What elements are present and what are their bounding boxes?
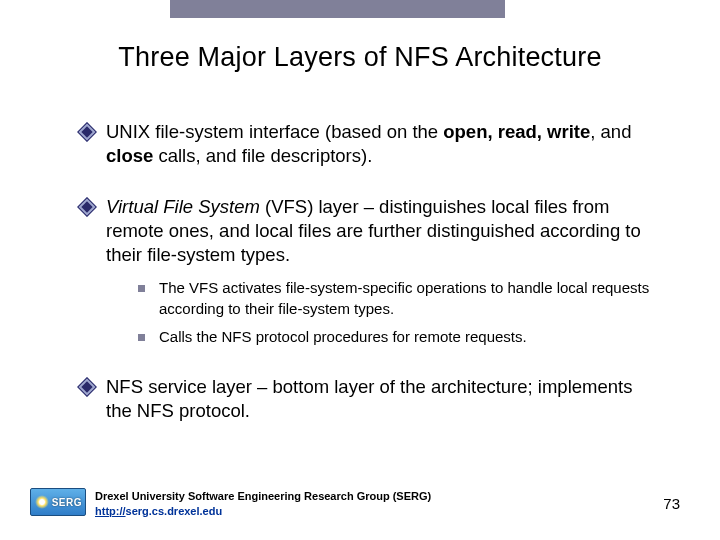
list-item: NFS service layer – bottom layer of the … (80, 375, 660, 422)
logo-burst-icon (35, 495, 49, 509)
square-bullet-icon (138, 334, 145, 341)
list-item: UNIX file-system interface (based on the… (80, 120, 660, 167)
sub-list-item-text: Calls the NFS protocol procedures for re… (159, 327, 527, 347)
footer: Drexel University Software Engineering R… (95, 489, 431, 518)
sub-list-item-text: The VFS activates file-system-specific o… (159, 278, 660, 319)
footer-url: http://serg.cs.drexel.edu (95, 504, 431, 518)
sub-list-item: The VFS activates file-system-specific o… (138, 278, 660, 319)
diamond-bullet-icon (80, 200, 94, 214)
list-item-text: NFS service layer – bottom layer of the … (106, 375, 660, 422)
diamond-bullet-icon (80, 125, 94, 139)
serg-logo: SERG (30, 488, 86, 516)
sub-list-item: Calls the NFS protocol procedures for re… (138, 327, 660, 347)
footer-org: Drexel University Software Engineering R… (95, 489, 431, 503)
list-item: Virtual File System (VFS) layer – distin… (80, 195, 660, 266)
sub-list: The VFS activates file-system-specific o… (138, 278, 660, 347)
diamond-bullet-icon (80, 380, 94, 394)
decorative-top-bar (170, 0, 505, 18)
list-item-text: Virtual File System (VFS) layer – distin… (106, 195, 660, 266)
list-item-text: UNIX file-system interface (based on the… (106, 120, 660, 167)
slide-title: Three Major Layers of NFS Architecture (0, 42, 720, 73)
content-area: UNIX file-system interface (based on the… (80, 120, 660, 450)
page-number: 73 (663, 495, 680, 512)
logo-text: SERG (52, 497, 82, 508)
square-bullet-icon (138, 285, 145, 292)
